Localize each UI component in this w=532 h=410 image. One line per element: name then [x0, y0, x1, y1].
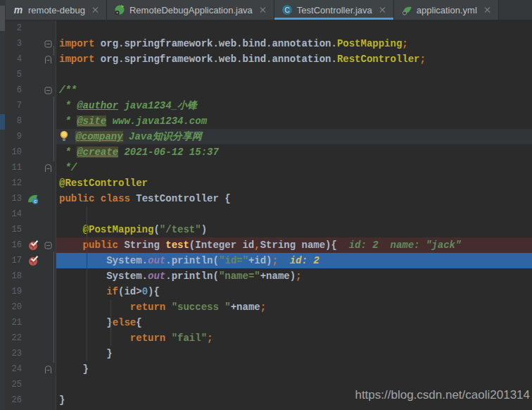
code-cell[interactable]: * @site www.java1234.com [56, 113, 532, 129]
fold-marker-slot[interactable] [42, 36, 53, 51]
code-cell[interactable]: /** [56, 82, 532, 98]
fold-marker-slot[interactable] [42, 237, 53, 253]
code-cell[interactable]: @RestController [56, 175, 532, 191]
fold-marker-slot[interactable] [42, 82, 53, 98]
gutter[interactable]: 4 [0, 51, 56, 67]
breakpoint-icon-slot[interactable] [24, 253, 42, 268]
code-cell[interactable] [56, 20, 532, 36]
code-cell[interactable]: @PostMapping("/test") [56, 222, 532, 237]
code-cell[interactable]: return "success "+name; [56, 299, 532, 315]
gutter[interactable]: 16 [0, 237, 56, 253]
code-line-21[interactable]: 21 }else{ [0, 315, 532, 330]
code-line-22[interactable]: 22 return "fail"; [0, 330, 532, 346]
code-line-19[interactable]: 19 if(id>0){ [0, 284, 532, 299]
code-text: * @site www.java1234.com [56, 113, 532, 129]
gutter[interactable]: 24 [0, 361, 56, 377]
gutter[interactable]: 5 [0, 67, 56, 82]
code-cell[interactable]: * @create 2021-06-12 15:37 [56, 144, 532, 160]
code-line-13[interactable]: 13cpublic class TestController { [0, 191, 532, 206]
code-line-14[interactable]: 14 [0, 206, 532, 222]
code-cell[interactable]: return "fail"; [56, 330, 532, 346]
code-cell[interactable]: * @author java1234_小锋 [56, 98, 532, 113]
tab-close-icon[interactable] [260, 6, 267, 13]
code-text: return "fail"; [56, 330, 532, 346]
code-cell[interactable]: }else{ [56, 315, 532, 330]
gutter[interactable]: 21 [0, 315, 56, 330]
gutter[interactable]: 26 [0, 392, 56, 408]
tab-close-icon[interactable] [484, 6, 491, 13]
intention-bulb-icon[interactable] [59, 130, 70, 142]
gutter[interactable]: 10 [0, 144, 56, 160]
gutter-icon-slot [24, 175, 42, 191]
code-cell[interactable]: import org.springframework.web.bind.anno… [56, 51, 532, 67]
code-cell[interactable] [56, 67, 532, 82]
gutter[interactable]: 8 [0, 113, 56, 129]
gutter[interactable]: 18 [0, 268, 56, 284]
code-line-5[interactable]: 5 [0, 67, 532, 82]
spring-bean-icon-slot[interactable]: c [24, 191, 42, 206]
gutter[interactable]: 14 [0, 206, 56, 222]
code-line-18[interactable]: 18 System.out.println("name="+name); [0, 268, 532, 284]
fold-marker-slot[interactable] [42, 160, 53, 175]
code-cell[interactable] [56, 206, 532, 222]
gutter[interactable]: 22 [0, 330, 56, 346]
code-line-15[interactable]: 15 @PostMapping("/test") [0, 222, 532, 237]
gutter[interactable]: 7 [0, 98, 56, 113]
code-line-20[interactable]: 20 return "success "+name; [0, 299, 532, 315]
code-line-10[interactable]: 10 * @create 2021-06-12 15:37 [0, 144, 532, 160]
code-line-6[interactable]: 6/** [0, 82, 532, 98]
code-line-11[interactable]: 11 */ [0, 160, 532, 175]
gutter[interactable]: 19 [0, 284, 56, 299]
gutter[interactable]: 15 [0, 222, 56, 237]
tab-remote-debug-application[interactable]: RemoteDebugApplication.java [107, 0, 274, 20]
code-cell[interactable]: if(id>0){ [56, 284, 532, 299]
code-cell[interactable]: } [56, 361, 532, 377]
code-cell[interactable]: } [56, 346, 532, 361]
springboot-run-class-icon [114, 4, 125, 15]
tab-remote-debug[interactable]: m remote-debug [6, 0, 107, 20]
gutter[interactable]: 2 [0, 20, 56, 36]
gutter[interactable]: 6 [0, 82, 56, 98]
fold-marker-slot[interactable] [42, 361, 53, 377]
gutter[interactable]: 17 [0, 253, 56, 268]
gutter[interactable]: 20 [0, 299, 56, 315]
code-cell[interactable]: System.out.println("id="+id); id: 2 [56, 253, 532, 268]
code-line-12[interactable]: 12@RestController [0, 175, 532, 191]
breakpoint-icon-slot[interactable] [24, 237, 42, 253]
code-cell[interactable]: public class TestController { [56, 191, 532, 206]
tab-application-yml[interactable]: application.yml [394, 0, 499, 20]
gutter[interactable]: 23 [0, 346, 56, 361]
code-line-7[interactable]: 7 * @author java1234_小锋 [0, 98, 532, 113]
code-line-16[interactable]: 16 public String test(Integer id,String … [0, 237, 532, 253]
code-line-4[interactable]: 4import org.springframework.web.bind.ann… [0, 51, 532, 67]
code-cell[interactable]: System.out.println("name="+name); [56, 268, 532, 284]
gutter[interactable]: 12 [0, 175, 56, 191]
code-line-2[interactable]: 2 [0, 20, 532, 36]
fold-marker-slot[interactable] [42, 51, 53, 67]
code-line-17[interactable]: 17 System.out.println("id="+id); id: 2 [0, 253, 532, 268]
code-line-9[interactable]: 9 @company Java知识分享网 [0, 129, 532, 144]
gutter-icon-slot [24, 284, 42, 299]
code-line-3[interactable]: 3import org.springframework.web.bind.ann… [0, 36, 532, 51]
code-cell[interactable]: public String test(Integer id,String nam… [56, 237, 532, 253]
gutter[interactable]: 3 [0, 36, 56, 51]
code-text: System.out.println("id="+id); id: 2 [56, 253, 532, 268]
code-cell[interactable]: @company Java知识分享网 [56, 129, 532, 144]
indent-guide [110, 299, 111, 346]
gutter[interactable]: 25 [0, 377, 56, 392]
fold-end-icon [44, 163, 52, 173]
code-cell[interactable]: import org.springframework.web.bind.anno… [56, 36, 532, 51]
code-editor[interactable]: 23import org.springframework.web.bind.an… [0, 20, 532, 410]
gutter-icon-slot [24, 36, 42, 51]
gutter[interactable]: 11 [0, 160, 56, 175]
gutter-icon-slot [24, 98, 42, 113]
tab-close-icon[interactable] [379, 6, 386, 13]
code-line-23[interactable]: 23 } [0, 346, 532, 361]
gutter[interactable]: 9 [0, 129, 56, 144]
tab-close-icon[interactable] [92, 6, 99, 13]
code-line-24[interactable]: 24 } [0, 361, 532, 377]
code-line-8[interactable]: 8 * @site www.java1234.com [0, 113, 532, 129]
code-cell[interactable]: */ [56, 160, 532, 175]
tab-test-controller[interactable]: C TestController.java [274, 0, 394, 20]
gutter[interactable]: 13c [0, 191, 56, 206]
